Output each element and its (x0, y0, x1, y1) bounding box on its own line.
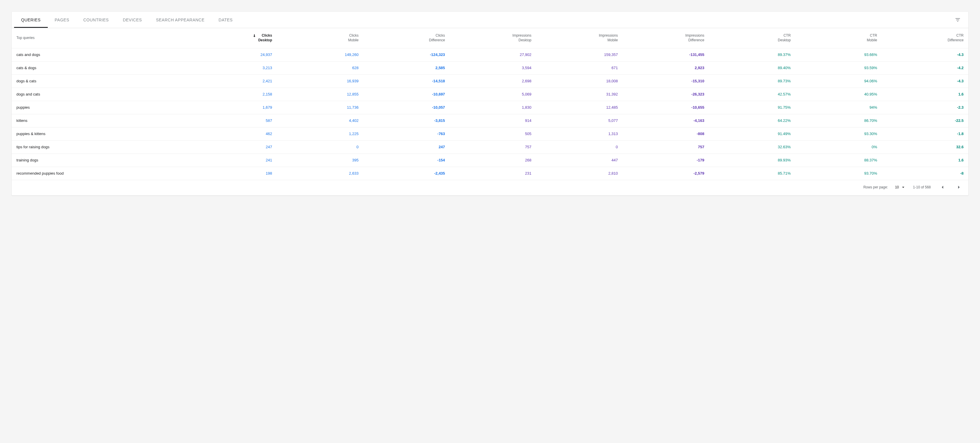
table-row[interactable]: kittens5874,402-3,8159145,077-4,16364.22… (12, 114, 968, 127)
column-header-clicks-difference[interactable]: Clicks Difference (363, 28, 450, 48)
metric-cell: 0 (536, 140, 622, 154)
tab-pages[interactable]: PAGES (48, 12, 76, 28)
query-cell[interactable]: tips for raising dogs (12, 140, 191, 154)
metric-cell: 914 (450, 114, 536, 127)
metric-cell: -15,310 (622, 75, 709, 87)
column-header-ctr-difference[interactable]: CTR Difference (882, 28, 968, 48)
query-cell[interactable]: cats and dogs (12, 48, 191, 61)
metric-cell: 85.71% (709, 167, 795, 180)
metric-cell: -10,655 (622, 101, 709, 114)
metric-cell: 671 (536, 61, 622, 75)
column-header-impressions-mobile[interactable]: Impressions Mobile (536, 28, 622, 48)
tab-label: QUERIES (21, 17, 41, 22)
column-header-ctr-mobile[interactable]: CTR Mobile (795, 28, 882, 48)
table-row[interactable]: recommended puppies food1982,633-2,43523… (12, 167, 968, 180)
tab-label: PAGES (55, 17, 70, 22)
table-row[interactable]: dogs & cats2,42116,939-14,5182,69818,008… (12, 75, 968, 87)
metric-cell: 0 (277, 140, 363, 154)
metric-cell: -10,697 (363, 87, 450, 101)
tab-queries[interactable]: QUERIES (14, 12, 48, 28)
column-header-label: Difference (948, 38, 964, 43)
next-page-button[interactable] (954, 183, 964, 192)
query-cell[interactable]: dogs and cats (12, 87, 191, 101)
query-cell[interactable]: puppies & kittens (12, 127, 191, 140)
sort-descending-icon (252, 34, 256, 38)
table-scroll-container[interactable]: Top queries Clicks Desktop Clicks (12, 28, 968, 180)
metric-cell: 89.93% (709, 154, 795, 167)
tab-countries[interactable]: COUNTRIES (76, 12, 116, 28)
column-header-clicks-desktop[interactable]: Clicks Desktop (191, 28, 277, 48)
metric-cell: 757 (622, 140, 709, 154)
column-header-label: Mobile (867, 38, 877, 43)
table-row[interactable]: puppies & kittens4621,225-7635051,313-80… (12, 127, 968, 140)
metric-cell: 2,923 (622, 61, 709, 75)
table-row[interactable]: puppies1,67911,736-10,0571,83012,485-10,… (12, 101, 968, 114)
column-header-impressions-desktop[interactable]: Impressions Desktop (450, 28, 536, 48)
table-row[interactable]: cats & dogs3,2136282,5853,5946712,92389.… (12, 61, 968, 75)
metric-cell: 12,485 (536, 101, 622, 114)
filter-button[interactable] (952, 14, 964, 26)
tab-devices[interactable]: DEVICES (116, 12, 149, 28)
metric-cell: 247 (363, 140, 450, 154)
metric-cell: 2,633 (277, 167, 363, 180)
metric-cell: 1.6 (882, 87, 968, 101)
metric-cell: -4.3 (882, 48, 968, 61)
table-header-row: Top queries Clicks Desktop Clicks (12, 28, 968, 48)
metric-cell: 447 (536, 154, 622, 167)
metric-cell: -4.2 (882, 61, 968, 75)
previous-page-button[interactable] (938, 183, 947, 192)
query-cell[interactable]: puppies (12, 101, 191, 114)
table-footer: Rows per page: 10 1-10 of 568 (12, 180, 968, 195)
metric-cell: 12,855 (277, 87, 363, 101)
metric-cell: 91.49% (709, 127, 795, 140)
metric-cell: -10,057 (363, 101, 450, 114)
table-body: cats and dogs24,937149,260-124,32327,902… (12, 48, 968, 180)
performance-table-card: QUERIES PAGES COUNTRIES DEVICES SEARCH A… (12, 12, 968, 195)
tab-search-appearance[interactable]: SEARCH APPEARANCE (149, 12, 212, 28)
metric-cell: 94% (795, 101, 882, 114)
tab-label: DATES (219, 17, 233, 22)
column-header-label: Difference (429, 38, 445, 43)
query-cell[interactable]: recommended puppies food (12, 167, 191, 180)
metric-cell: 88.37% (795, 154, 882, 167)
table-row[interactable]: training dogs241395-154268447-17989.93%8… (12, 154, 968, 167)
queries-table: Top queries Clicks Desktop Clicks (12, 28, 968, 180)
metric-cell: 505 (450, 127, 536, 140)
table-row[interactable]: dogs and cats2,15812,855-10,6975,06931,3… (12, 87, 968, 101)
column-header-label: Clicks (348, 33, 358, 38)
tab-label: COUNTRIES (83, 17, 109, 22)
query-cell[interactable]: kittens (12, 114, 191, 127)
metric-cell: 32.6 (882, 140, 968, 154)
metric-cell: 241 (191, 154, 277, 167)
metric-cell: 149,260 (277, 48, 363, 61)
table-row[interactable]: tips for raising dogs2470247757075732.63… (12, 140, 968, 154)
rows-per-page-value: 10 (895, 185, 899, 189)
metric-cell: -22.5 (882, 114, 968, 127)
metric-cell: 1.6 (882, 154, 968, 167)
column-header-clicks-mobile[interactable]: Clicks Mobile (277, 28, 363, 48)
table-row[interactable]: cats and dogs24,937149,260-124,32327,902… (12, 48, 968, 61)
query-cell[interactable]: cats & dogs (12, 61, 191, 75)
metric-cell: 93.30% (795, 127, 882, 140)
rows-per-page-select[interactable]: 10 (895, 184, 906, 190)
metric-cell: 198 (191, 167, 277, 180)
tab-dates[interactable]: DATES (212, 12, 240, 28)
metric-cell: -14,518 (363, 75, 450, 87)
column-header-impressions-difference[interactable]: Impressions Difference (622, 28, 709, 48)
metric-cell: 2,698 (450, 75, 536, 87)
metric-cell: -154 (363, 154, 450, 167)
query-cell[interactable]: training dogs (12, 154, 191, 167)
metric-cell: 93.59% (795, 61, 882, 75)
query-cell[interactable]: dogs & cats (12, 75, 191, 87)
column-header-query[interactable]: Top queries (12, 28, 191, 48)
column-header-label: Top queries (16, 36, 35, 40)
metric-cell: 24,937 (191, 48, 277, 61)
metric-cell: 94.06% (795, 75, 882, 87)
column-header-label: Clicks (258, 33, 272, 38)
dropdown-icon (900, 184, 906, 190)
metric-cell: 268 (450, 154, 536, 167)
column-header-ctr-desktop[interactable]: CTR Desktop (709, 28, 795, 48)
metric-cell: -26,323 (622, 87, 709, 101)
metric-cell: 462 (191, 127, 277, 140)
chevron-left-icon (940, 184, 945, 190)
